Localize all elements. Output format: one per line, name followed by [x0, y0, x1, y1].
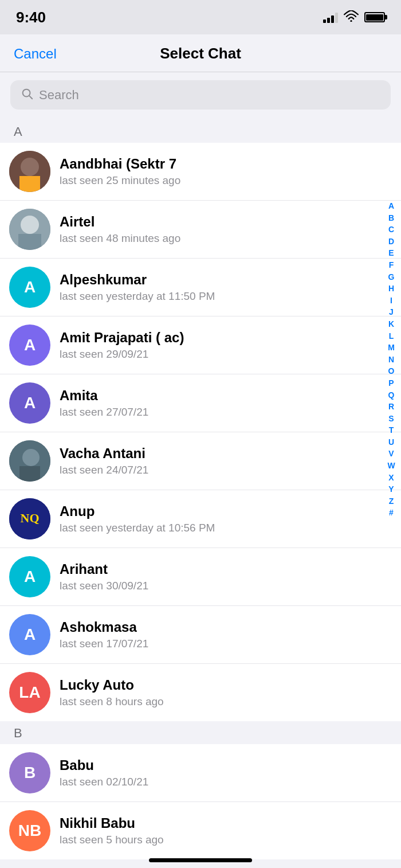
contact-info: Nikhil Babulast seen 5 hours ago [60, 815, 390, 846]
section-header-a: A [0, 120, 401, 143]
contact-status: last seen 5 hours ago [60, 834, 390, 846]
alpha-letter-d[interactable]: D [386, 236, 396, 248]
alpha-letter-z[interactable]: Z [386, 496, 396, 507]
alpha-letter-o[interactable]: O [386, 366, 396, 377]
avatar: A [9, 614, 50, 655]
battery-icon [364, 12, 385, 22]
avatar: A [9, 556, 50, 597]
list-item[interactable]: AAmitalast seen 27/07/21 [0, 374, 401, 432]
contact-name: Vacha Antani [60, 445, 390, 462]
contact-status: last seen yesterday at 10:56 PM [60, 522, 390, 534]
alpha-letter-l[interactable]: L [386, 331, 396, 342]
list-item[interactable]: NBNikhil Babulast seen 5 hours ago [0, 802, 401, 859]
contact-name: Babu [60, 757, 390, 773]
contact-list: Aandbhai (Sektr 7last seen 25 minutes ag… [0, 143, 401, 721]
search-bar[interactable]: Search [10, 80, 391, 110]
list-item[interactable]: Vacha Antanilast seen 24/07/21 [0, 432, 401, 490]
alpha-letter-b[interactable]: B [386, 213, 396, 224]
contact-name: Arihant [60, 561, 390, 577]
list-item[interactable]: Aandbhai (Sektr 7last seen 25 minutes ag… [0, 143, 401, 201]
alpha-letter-a[interactable]: A [386, 201, 396, 212]
contact-list: BBabulast seen 02/10/21NBNikhil Babulast… [0, 744, 401, 859]
alpha-letter-m[interactable]: M [386, 342, 396, 354]
list-item[interactable]: BBabulast seen 02/10/21 [0, 744, 401, 802]
contact-info: Amit Prajapati ( ac)last seen 29/09/21 [60, 330, 390, 361]
avatar [9, 209, 50, 250]
avatar [9, 151, 50, 192]
contact-info: Lucky Autolast seen 8 hours ago [60, 677, 390, 708]
alpha-letter-k[interactable]: K [386, 319, 396, 330]
list-item[interactable]: AAshokmasalast seen 17/07/21 [0, 606, 401, 664]
avatar: LA [9, 672, 50, 713]
list-item[interactable]: AAmit Prajapati ( ac)last seen 29/09/21 [0, 316, 401, 374]
contact-name: Amita [60, 388, 390, 404]
alpha-letter-w[interactable]: W [386, 460, 396, 472]
contact-info: Vacha Antanilast seen 24/07/21 [60, 445, 390, 476]
alpha-letter-i[interactable]: I [386, 295, 396, 307]
signal-icon [323, 11, 338, 23]
contact-status: last seen 02/10/21 [60, 776, 390, 788]
avatar: A [9, 324, 50, 366]
contact-info: Alpeshkumarlast seen yesterday at 11:50 … [60, 272, 390, 303]
search-placeholder: Search [39, 88, 79, 103]
contact-name: Aandbhai (Sektr 7 [60, 156, 390, 172]
alpha-letter-r[interactable]: R [386, 401, 396, 413]
contact-list-container: AAandbhai (Sektr 7last seen 25 minutes a… [0, 120, 401, 859]
avatar [9, 440, 50, 482]
list-item[interactable]: Airtellast seen 48 minutes ago [0, 201, 401, 259]
alphabet-index: ABCDEFGHIJKLMNOPQRSTUVWXYZ# [386, 201, 396, 519]
alpha-letter-#[interactable]: # [386, 507, 396, 519]
avatar: A [9, 382, 50, 424]
avatar: A [9, 267, 50, 308]
section-header-b: B [0, 721, 401, 744]
contact-info: Arihantlast seen 30/09/21 [60, 561, 390, 592]
search-icon [21, 87, 33, 103]
contact-status: last seen 8 hours ago [60, 695, 390, 708]
alpha-letter-t[interactable]: T [386, 425, 396, 436]
alpha-letter-g[interactable]: G [386, 272, 396, 283]
contact-status: last seen 48 minutes ago [60, 232, 390, 245]
alpha-letter-h[interactable]: H [386, 283, 396, 295]
avatar: B [9, 752, 50, 793]
list-item[interactable]: Anuplast seen yesterday at 10:56 PM [0, 490, 401, 548]
contact-name: Amit Prajapati ( ac) [60, 330, 390, 346]
contact-status: last seen 29/09/21 [60, 348, 390, 361]
status-time: 9:40 [16, 9, 46, 26]
list-item[interactable]: LALucky Autolast seen 8 hours ago [0, 664, 401, 721]
alpha-letter-c[interactable]: C [386, 224, 396, 236]
contact-info: Babulast seen 02/10/21 [60, 757, 390, 788]
contact-info: Airtellast seen 48 minutes ago [60, 214, 390, 245]
alpha-letter-p[interactable]: P [386, 378, 396, 389]
contact-name: Nikhil Babu [60, 815, 390, 831]
alpha-letter-s[interactable]: S [386, 413, 396, 425]
alpha-letter-n[interactable]: N [386, 354, 396, 366]
contact-status: last seen 30/09/21 [60, 580, 390, 592]
alpha-letter-j[interactable]: J [386, 307, 396, 318]
search-container: Search [0, 72, 401, 120]
cancel-button[interactable]: Cancel [14, 46, 57, 62]
page-title: Select Chat [160, 45, 241, 62]
alpha-letter-y[interactable]: Y [386, 484, 396, 495]
contact-name: Alpeshkumar [60, 272, 390, 288]
contact-info: Amitalast seen 27/07/21 [60, 388, 390, 419]
contact-status: last seen yesterday at 11:50 PM [60, 290, 390, 303]
contact-name: Ashokmasa [60, 619, 390, 635]
contact-name: Anup [60, 503, 390, 519]
alpha-letter-f[interactable]: F [386, 260, 396, 271]
alpha-letter-u[interactable]: U [386, 437, 396, 448]
status-icons [323, 10, 385, 25]
wifi-icon [344, 10, 359, 25]
contact-info: Ashokmasalast seen 17/07/21 [60, 619, 390, 650]
contact-name: Lucky Auto [60, 677, 390, 693]
contact-status: last seen 27/07/21 [60, 406, 390, 419]
avatar: NB [9, 810, 50, 851]
list-item[interactable]: AArihantlast seen 30/09/21 [0, 548, 401, 606]
alpha-letter-v[interactable]: V [386, 448, 396, 460]
avatar [9, 498, 50, 539]
list-item[interactable]: AAlpeshkumarlast seen yesterday at 11:50… [0, 259, 401, 316]
contact-info: Anuplast seen yesterday at 10:56 PM [60, 503, 390, 534]
alpha-letter-x[interactable]: X [386, 472, 396, 484]
alpha-letter-q[interactable]: Q [386, 390, 396, 401]
contact-status: last seen 24/07/21 [60, 464, 390, 476]
alpha-letter-e[interactable]: E [386, 248, 396, 259]
